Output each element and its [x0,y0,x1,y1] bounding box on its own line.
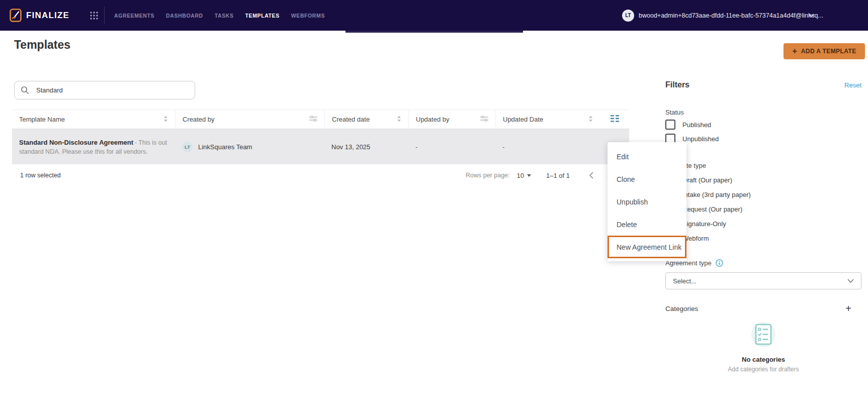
user-email: bwood+admin+8cd73aae-dfdd-11ee-bafc-5737… [639,12,797,19]
templates-table: Template Name Created by Created date Up… [12,110,629,186]
info-icon[interactable] [716,259,723,267]
menu-item-unpublish[interactable]: Unpublish [607,190,686,213]
column-header-updated-date[interactable]: Updated Date [495,110,600,129]
menu-item-clone[interactable]: Clone [607,168,686,190]
user-avatar[interactable]: LT [622,10,634,22]
column-settings-button[interactable] [600,110,629,129]
created-date-cell: Nov 13, 2025 [324,143,408,151]
menu-item-delete[interactable]: Delete [607,213,686,236]
filters-reset-link[interactable]: Reset [844,81,861,89]
nav-item-agreements[interactable]: AGREEMENTS [114,13,154,19]
created-by-cell: LT LinkSquares Team [175,142,324,152]
categories-section-label: Categories [665,305,698,313]
previous-page-button[interactable] [585,169,597,181]
filter-icon[interactable] [309,116,317,123]
apps-grid-icon[interactable] [90,11,99,20]
no-categories-subtitle: Add categories for drafters [665,366,861,373]
template-name: Standard Non-Disclosure Agreement [19,139,133,146]
column-header-created-by[interactable]: Created by [175,110,324,129]
column-header-updated-by[interactable]: Updated by [408,110,495,129]
filter-icon[interactable] [480,116,488,123]
filter-option-published[interactable]: Published [665,120,711,130]
pagination: Rows per page: 10 1–1 of 1 [466,169,621,181]
table-footer: 1 row selected Rows per page: 10 1–1 of … [12,164,629,186]
navbar-divider [104,7,105,24]
search-input[interactable] [35,86,189,94]
main-navigation: AGREEMENTS DASHBOARD TASKS TEMPLATES WEB… [114,0,325,31]
plus-icon: + [792,47,797,55]
filters-title: Filters [665,80,689,89]
agreement-type-select[interactable]: Select... [665,272,861,289]
navbar-secondary-strip [345,31,523,33]
add-category-button[interactable]: + [845,303,861,314]
status-section-label: Status [665,109,684,116]
user-chevron-down-icon[interactable] [809,14,815,18]
no-categories-icon [665,321,861,349]
published-checkbox[interactable] [665,120,675,130]
nav-item-templates[interactable]: TEMPLATES [245,13,280,19]
add-template-button[interactable]: + ADD A TEMPLATE [784,43,865,59]
no-categories-title: No categories [665,356,861,363]
columns-icon [611,115,619,124]
top-navbar: FINALIZE AGREEMENTS DASHBOARD TASKS TEMP… [0,0,868,31]
table-row[interactable]: Standard Non-Disclosure Agreement-This i… [12,129,629,164]
creator-avatar: LT [182,142,193,152]
column-header-created-date[interactable]: Created date [324,110,408,129]
column-header-template-name[interactable]: Template Name [12,110,175,129]
select-chevron-down-icon [847,279,854,283]
rows-per-page-label: Rows per page: [466,172,510,179]
nav-item-webforms[interactable]: WEBFORMS [291,13,325,19]
finalize-logo-icon[interactable] [10,8,22,23]
sort-icon[interactable] [588,116,593,124]
updated-date-cell: - [495,143,600,151]
menu-item-edit[interactable]: Edit [607,145,686,168]
row-actions-menu: Edit Clone Unpublish Delete New Agreemen… [607,142,686,261]
user-menu[interactable]: LT bwood+admin+8cd73aae-dfdd-11ee-bafc-5… [622,0,815,31]
rows-per-page-caret-icon [527,174,531,177]
templates-page: FINALIZE AGREEMENTS DASHBOARD TASKS TEMP… [0,0,868,416]
nav-item-tasks[interactable]: TASKS [215,13,234,19]
pagination-range: 1–1 of 1 [546,172,570,179]
template-search[interactable] [14,81,195,99]
updated-by-cell: - [408,143,495,151]
creator-name: LinkSquares Team [198,143,252,151]
sort-icon[interactable] [163,116,168,124]
rows-per-page-select[interactable]: 10 [517,172,531,179]
menu-item-new-agreement-link[interactable]: New Agreement Link [607,236,686,258]
template-name-cell[interactable]: Standard Non-Disclosure Agreement-This i… [12,137,175,156]
nav-item-dashboard[interactable]: DASHBOARD [166,13,203,19]
table-header-row: Template Name Created by Created date Up… [12,110,629,129]
selection-count: 1 row selected [20,172,61,179]
brand-name: FINALIZE [26,0,69,31]
sort-icon[interactable] [397,116,401,124]
search-icon [21,86,29,94]
page-title: Templates [14,38,70,52]
